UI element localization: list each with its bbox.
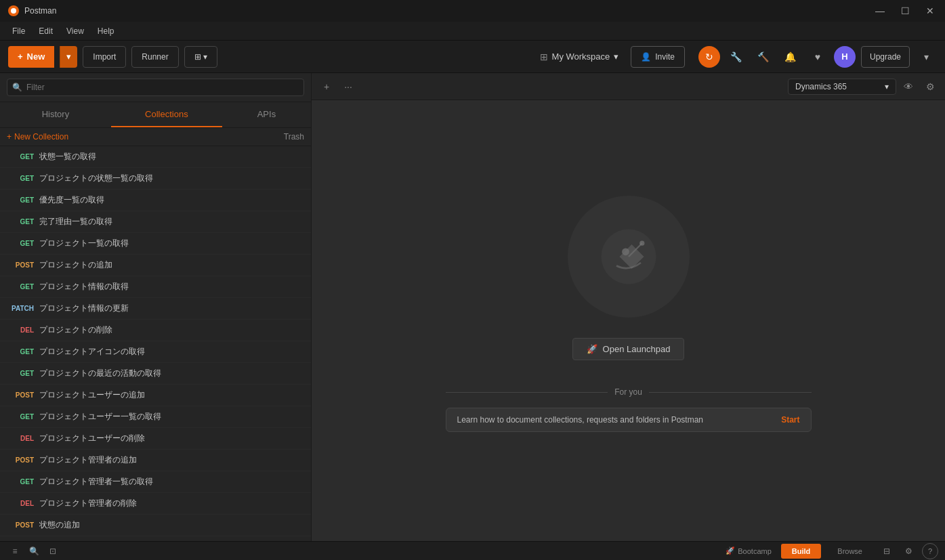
table-row[interactable]: DEL プロジェクト管理者の削除	[0, 493, 311, 515]
window-controls: — ☐ ✕	[873, 5, 937, 16]
tab-collections[interactable]: Collections	[111, 102, 222, 127]
method-badge: GET	[8, 370, 34, 377]
table-row[interactable]: POST プロジェクトユーザーの追加	[0, 385, 311, 406]
env-view-button[interactable]: 👁	[899, 77, 918, 96]
request-name: プロジェクトの状態一覧の取得	[39, 173, 153, 184]
menu-view[interactable]: View	[60, 24, 91, 39]
table-row[interactable]: GET プロジェクトの最近の活動の取得	[0, 363, 311, 385]
request-name: プロジェクトユーザーの追加	[39, 389, 145, 401]
chevron-down-icon: ▾	[66, 51, 71, 62]
table-row[interactable]: POST 状態の追加	[0, 515, 311, 536]
request-name: プロジェクト管理者一覧の取得	[39, 476, 153, 488]
sync-button[interactable]: ↻	[698, 46, 720, 68]
workspace-selector[interactable]: ⊞ My Workspace ▾	[533, 47, 626, 66]
content-tabs-bar: + ··· Dynamics 365 ▾ 👁 ⚙	[312, 73, 945, 100]
method-badge: GET	[8, 413, 34, 421]
upgrade-chevron-button[interactable]: ▾	[915, 46, 937, 68]
bell-button[interactable]: 🔔	[780, 46, 801, 68]
content-area: + ··· Dynamics 365 ▾ 👁 ⚙	[312, 73, 945, 541]
table-row[interactable]: PATCH プロジェクト情報の更新	[0, 298, 311, 320]
tab-apis[interactable]: APIs	[222, 102, 311, 127]
invite-button[interactable]: 👤 Invite	[631, 46, 685, 68]
settings-shortcut-button[interactable]: ⚙	[900, 543, 917, 559]
table-row[interactable]: GET プロジェクト情報の取得	[0, 276, 311, 298]
table-row[interactable]: GET 優先度一覧の取得	[0, 190, 311, 211]
method-badge: DEL	[8, 326, 34, 334]
request-name: プロジェクト一覧の取得	[39, 238, 129, 249]
method-badge: DEL	[8, 435, 34, 442]
tab-history[interactable]: History	[0, 102, 111, 127]
new-button[interactable]: + New	[8, 46, 54, 68]
request-name: プロジェクト情報の更新	[39, 303, 129, 314]
request-name: プロジェクト管理者の削除	[39, 498, 137, 509]
browse-button[interactable]: Browse	[826, 544, 873, 559]
open-launchpad-button[interactable]: 🚀 Open Launchpad	[572, 338, 685, 360]
empty-icon-circle	[568, 196, 690, 318]
request-name: プロジェクトアイコンの取得	[39, 346, 145, 358]
request-name: プロジェクトの最近の活動の取得	[39, 368, 161, 379]
sidebar: 🔍 History Collections APIs + New Collect…	[0, 73, 312, 541]
table-row[interactable]: POST プロジェクト管理者の追加	[0, 450, 311, 471]
help-button[interactable]: ?	[922, 543, 938, 559]
new-dropdown-button[interactable]: ▾	[60, 46, 77, 68]
menu-edit[interactable]: Edit	[32, 24, 60, 39]
table-row[interactable]: DEL プロジェクトユーザーの削除	[0, 428, 311, 450]
table-row[interactable]: GET 状態一覧の取得	[0, 146, 311, 168]
two-pane-button[interactable]: ⊟	[879, 543, 895, 559]
more-options-button[interactable]: ···	[339, 77, 358, 96]
upgrade-button[interactable]: Upgrade	[861, 46, 910, 68]
app-logo	[8, 5, 19, 16]
table-row[interactable]: GET プロジェクトユーザー一覧の取得	[0, 406, 311, 428]
build-button[interactable]: Build	[781, 544, 822, 559]
start-button[interactable]: Start	[781, 415, 799, 425]
minimize-button[interactable]: —	[873, 5, 887, 16]
avatar-button[interactable]: H	[834, 46, 856, 68]
close-button[interactable]: ✕	[923, 5, 937, 16]
env-selector[interactable]: Dynamics 365 ▾	[788, 79, 896, 95]
method-badge: PATCH	[8, 305, 34, 312]
table-row[interactable]: GET 完了理由一覧の取得	[0, 211, 311, 233]
table-row[interactable]: POST プロジェクトの追加	[0, 255, 311, 276]
runner-button[interactable]: Runner	[131, 46, 178, 68]
extra-button[interactable]: ⊞ ▾	[184, 46, 217, 68]
toolbar: + New ▾ Import Runner ⊞ ▾ ⊞ My Workspace…	[0, 41, 945, 73]
method-badge: GET	[8, 218, 34, 225]
workspace-chevron-icon: ▾	[614, 51, 618, 62]
menu-help[interactable]: Help	[91, 24, 121, 39]
new-collection-button[interactable]: + New Collection	[7, 132, 68, 142]
menu-file[interactable]: File	[5, 24, 32, 39]
svg-point-4	[639, 241, 644, 246]
bootcamp-button[interactable]: 🚀 Bootcamp	[721, 546, 776, 555]
sidebar-toggle-button[interactable]: ≡	[7, 543, 23, 559]
layout-bottom-button[interactable]: ⊡	[45, 543, 61, 559]
learn-text: Learn how to document collections, reque…	[457, 415, 704, 425]
titlebar: Postman — ☐ ✕	[0, 0, 945, 22]
maximize-button[interactable]: ☐	[898, 5, 912, 16]
method-badge: GET	[8, 348, 34, 356]
main-area: 🔍 History Collections APIs + New Collect…	[0, 73, 945, 541]
trash-button[interactable]: Trash	[284, 132, 304, 142]
method-badge: POST	[8, 391, 34, 399]
user-plus-icon: 👤	[641, 52, 651, 62]
wrench-button[interactable]: 🔧	[726, 46, 747, 68]
table-row[interactable]: GET プロジェクトアイコンの取得	[0, 341, 311, 363]
table-row[interactable]: GET プロジェクト管理者一覧の取得	[0, 471, 311, 493]
table-row[interactable]: GET プロジェクトの状態一覧の取得	[0, 168, 311, 190]
for-you-card: Learn how to document collections, reque…	[446, 408, 812, 432]
search-bottom-button[interactable]: 🔍	[26, 543, 42, 559]
request-name: プロジェクト情報の取得	[39, 281, 129, 293]
add-tab-button[interactable]: +	[317, 77, 336, 96]
wrench2-button[interactable]: 🔨	[753, 46, 774, 68]
table-row[interactable]: GET プロジェクト一覧の取得	[0, 233, 311, 255]
env-settings-button[interactable]: ⚙	[921, 77, 940, 96]
search-input[interactable]	[7, 79, 304, 96]
method-badge: DEL	[8, 500, 34, 507]
import-button[interactable]: Import	[83, 46, 126, 68]
divider-line-left	[446, 392, 608, 393]
grid-icon: ⊞	[540, 51, 548, 62]
table-row[interactable]: DEL プロジェクトの削除	[0, 320, 311, 341]
heart-button[interactable]: ♥	[807, 46, 828, 68]
for-you-label: For you	[614, 387, 642, 397]
for-you-divider: For you	[446, 387, 812, 397]
method-badge: POST	[8, 261, 34, 269]
